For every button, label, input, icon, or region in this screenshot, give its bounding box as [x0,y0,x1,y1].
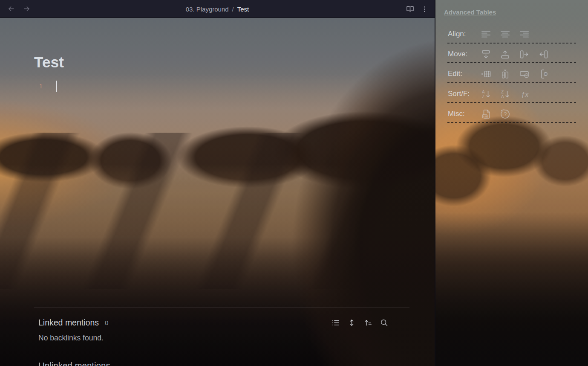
dashed-separator [447,82,578,83]
delete-column-icon[interactable] [537,68,549,80]
align-row-label: Align: [448,30,480,38]
align-left-icon[interactable] [480,28,492,40]
svg-text:Z: Z [481,94,484,99]
svg-text:Z: Z [501,89,503,94]
note-pane: 03. Playground / Test Test 1 [0,0,435,366]
svg-text:ƒx: ƒx [521,90,528,98]
dashed-separator [447,102,578,103]
linked-mentions-heading[interactable]: Linked mentions [38,318,99,328]
no-backlinks-message: No backlinks found. [38,334,104,343]
insert-row-icon[interactable] [480,68,492,80]
reading-view-book-icon[interactable] [404,3,416,15]
edit-row-label: Edit: [448,70,480,78]
unlinked-mentions-heading[interactable]: Unlinked mentions [38,360,110,366]
sort-ascending-icon[interactable] [363,317,373,328]
linked-mentions-count: 0 [105,319,108,326]
breadcrumb-current[interactable]: Test [237,6,249,13]
titlebar-actions [404,0,430,18]
sort-az-icon[interactable]: A Z [480,88,492,100]
breadcrumb-separator: / [232,6,234,13]
line-number: 1 [33,82,43,90]
misc-row: Misc: csv ? [448,105,578,122]
svg-text:A: A [501,94,504,99]
backlinks-toolbar [330,317,389,328]
move-row-label: Move: [448,50,480,58]
backlinks-divider [34,308,409,308]
note-title[interactable]: Test [34,54,64,71]
align-row: Align: [448,26,578,43]
sort-za-icon[interactable]: Z A [499,88,511,100]
more-options-icon[interactable] [418,3,430,15]
help-icon[interactable]: ? [499,108,511,120]
move-column-right-icon[interactable] [518,48,530,60]
editor-area[interactable]: Test 1 Linked mentions 0 [0,18,435,366]
text-cursor [56,81,57,92]
forward-icon[interactable] [20,3,32,15]
dashed-separator [447,43,578,44]
linked-mentions-header: Linked mentions 0 [38,317,389,328]
svg-text:csv: csv [483,115,487,118]
back-icon[interactable] [5,3,17,15]
breadcrumb-parent[interactable]: 03. Playground [186,6,229,13]
obsidian-window: 03. Playground / Test Test 1 [0,0,588,366]
misc-row-label: Misc: [448,110,480,118]
expand-collapse-icon[interactable] [346,317,357,328]
export-csv-icon[interactable]: csv [480,108,492,120]
dashed-separator [447,122,578,123]
sort-row-label: Sort/F: [448,90,480,98]
advanced-tables-sidebar: Advanced Tables Align: [435,0,588,366]
breadcrumb: 03. Playground / Test [186,0,249,18]
move-row-up-icon[interactable] [499,48,511,60]
dashed-separator [447,62,578,63]
align-right-icon[interactable] [518,28,530,40]
svg-text:?: ? [504,111,507,117]
move-column-left-icon[interactable] [537,48,549,60]
edit-row: Edit: [448,65,578,82]
titlebar: 03. Playground / Test [0,0,435,18]
nav-history-group [5,3,32,15]
formula-icon[interactable]: ƒx [518,88,530,100]
svg-text:A: A [481,89,484,94]
bullet-list-icon[interactable] [330,317,340,328]
advanced-tables-link[interactable]: Advanced Tables [444,9,496,16]
move-row-down-icon[interactable] [480,48,492,60]
sort-formula-row: Sort/F: A Z Z A [448,85,578,102]
search-icon[interactable] [379,317,389,328]
move-row: Move: [448,46,578,63]
insert-column-icon[interactable] [499,68,511,80]
align-center-icon[interactable] [499,28,511,40]
delete-row-icon[interactable] [518,68,530,80]
